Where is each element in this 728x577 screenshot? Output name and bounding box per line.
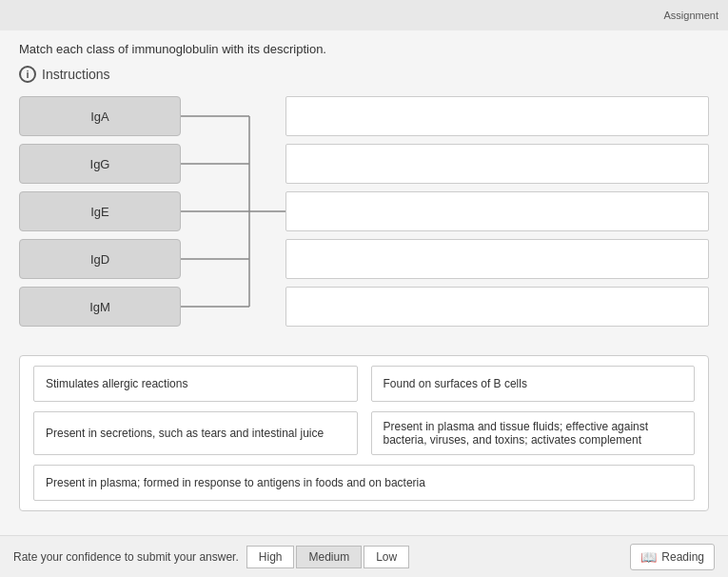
left-item-ige[interactable]: IgE: [19, 191, 181, 231]
answer-row-1: Stimulates allergic reactions Found on s…: [33, 366, 695, 402]
reading-icon: 📖: [640, 549, 657, 565]
confidence-area: Rate your confidence to submit your answ…: [13, 546, 409, 568]
assignment-label: Assignment: [664, 10, 718, 21]
top-bar: Assignment: [0, 0, 728, 30]
left-item-iga[interactable]: IgA: [19, 96, 181, 136]
left-item-igm[interactable]: IgM: [19, 287, 181, 327]
instructions-row: i Instructions: [19, 66, 709, 83]
matching-area: IgA IgG IgE IgD IgM: [19, 96, 709, 342]
answer-item-3[interactable]: Present in secretions, such as tears and…: [33, 411, 358, 455]
confidence-low[interactable]: Low: [364, 546, 409, 568]
left-item-igg[interactable]: IgG: [19, 144, 181, 184]
confidence-label: Rate your confidence to submit your answ…: [13, 550, 239, 564]
question-title: Match each class of immunoglobulin with …: [19, 42, 709, 56]
confidence-high[interactable]: High: [246, 546, 295, 568]
bottom-bar: Rate your confidence to submit your answ…: [0, 535, 728, 577]
drop-target-1[interactable]: [285, 96, 709, 136]
main-content: Match each class of immunoglobulin with …: [0, 30, 728, 511]
reading-label: Reading: [661, 550, 704, 564]
connector-svg: [181, 96, 285, 342]
answer-item-1[interactable]: Stimulates allergic reactions: [33, 366, 358, 402]
confidence-buttons: High Medium Low: [246, 546, 409, 568]
drop-target-2[interactable]: [285, 144, 709, 184]
answer-item-4[interactable]: Present in plasma and tissue fluids; eff…: [371, 411, 696, 455]
instructions-label[interactable]: Instructions: [42, 67, 110, 82]
answer-item-2[interactable]: Found on surfaces of B cells: [371, 366, 696, 402]
connectors: [181, 96, 285, 342]
reading-button[interactable]: 📖 Reading: [630, 544, 715, 570]
drop-target-4[interactable]: [285, 239, 709, 279]
drop-target-3[interactable]: [285, 191, 709, 231]
page: Assignment Match each class of immunoglo…: [0, 0, 728, 577]
answer-row-2: Present in secretions, such as tears and…: [33, 411, 695, 455]
answer-row-3: Present in plasma; formed in response to…: [33, 465, 695, 501]
info-icon[interactable]: i: [19, 66, 36, 83]
confidence-medium[interactable]: Medium: [296, 546, 362, 568]
right-boxes: [285, 96, 709, 342]
answer-item-5[interactable]: Present in plasma; formed in response to…: [33, 465, 695, 501]
left-items: IgA IgG IgE IgD IgM: [19, 96, 181, 342]
left-item-igd[interactable]: IgD: [19, 239, 181, 279]
drop-target-5[interactable]: [285, 287, 709, 327]
answer-options: Stimulates allergic reactions Found on s…: [19, 355, 709, 511]
